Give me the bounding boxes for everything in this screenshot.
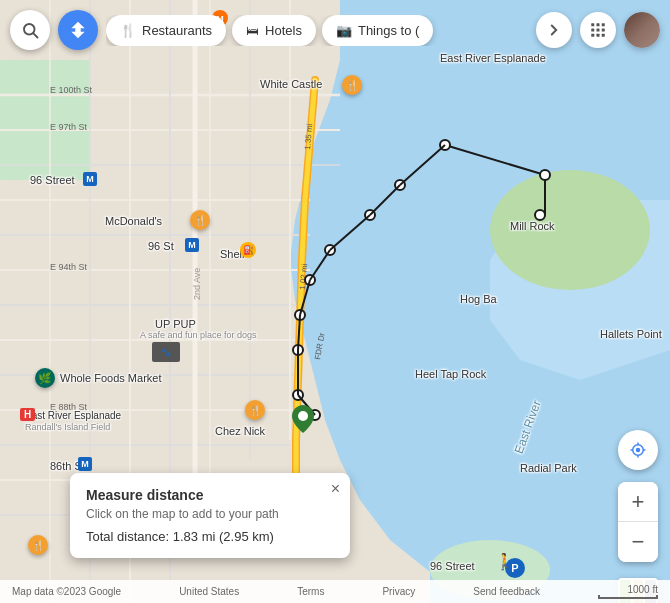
svg-text:E 97th St: E 97th St [50,122,88,132]
right-controls: + − [618,430,658,603]
restaurants-icon: 🍴 [120,23,136,38]
marker-up-pup[interactable]: 🐾 [152,342,180,362]
marker-white-castle[interactable]: 🍴 [342,75,362,95]
scale-line [598,595,658,599]
zoom-control: + − [618,482,658,562]
map-container[interactable]: 2nd Ave FDR Dr 1.35 mi 1.02 mi E 100th S… [0,0,670,603]
svg-rect-61 [602,23,605,26]
avatar-image [624,12,660,48]
svg-point-40 [540,170,550,180]
svg-text:E 88th St: E 88th St [50,402,88,412]
marker-96-street-metro[interactable]: M [83,172,97,186]
marker-hospital[interactable]: H [20,408,35,421]
link-united-states[interactable]: United States [179,586,239,597]
link-privacy[interactable]: Privacy [382,586,415,597]
measure-popup-title: Measure distance [86,487,334,503]
search-button[interactable] [10,10,50,50]
scale-label: 1000 ft [627,584,658,595]
marker-food-bottom[interactable]: 🍴 [28,535,48,555]
svg-point-68 [636,448,641,453]
top-bar: 🍴 Restaurants 🛏 Hotels 📷 Things to ( [10,10,660,50]
svg-rect-59 [591,23,594,26]
svg-rect-60 [597,23,600,26]
measure-popup-subtitle: Click on the map to add to your path [86,507,334,521]
distance-label: Total distance: [86,529,169,544]
chevron-right-icon [545,21,563,39]
things-label: Things to ( [358,23,419,38]
marker-person: 🚶 [495,552,515,571]
svg-point-56 [298,411,308,421]
tab-things[interactable]: 📷 Things to ( [322,15,433,46]
svg-rect-64 [602,29,605,32]
marker-chez-nick[interactable]: 🍴 [245,400,265,420]
marker-96-st-metro[interactable]: M [185,238,199,252]
marker-green-pin[interactable] [292,405,314,433]
directions-icon [68,20,88,40]
avatar[interactable] [624,12,660,48]
tab-hotels[interactable]: 🛏 Hotels [232,15,316,46]
hotels-label: Hotels [265,23,302,38]
bottom-bar: Map data ©2023 Google United States Term… [0,580,670,603]
tab-restaurants[interactable]: 🍴 Restaurants [106,15,226,46]
svg-text:E 94th St: E 94th St [50,262,88,272]
zoom-out-button[interactable]: − [618,522,658,562]
marker-mcdonalds[interactable]: 🍴 [190,210,210,230]
svg-point-2 [490,170,650,290]
svg-rect-1 [0,60,90,180]
svg-point-41 [535,210,545,220]
svg-rect-62 [591,29,594,32]
copyright-text: Map data ©2023 Google [12,586,121,597]
svg-rect-63 [597,29,600,32]
marker-86th-metro[interactable]: M [78,457,92,471]
measure-popup: × Measure distance Click on the map to a… [70,473,350,558]
measure-popup-distance: Total distance: 1.83 mi (2.95 km) [86,529,334,544]
marker-whole-foods[interactable]: 🌿 [35,368,55,388]
distance-value: 1.83 mi (2.95 km) [173,529,274,544]
svg-text:2nd Ave: 2nd Ave [192,268,202,300]
scale-bar: 1000 ft [598,584,658,599]
apps-button[interactable] [580,12,616,48]
link-terms[interactable]: Terms [297,586,324,597]
svg-line-58 [33,33,37,37]
svg-rect-67 [602,34,605,37]
apps-icon [589,21,607,39]
link-feedback[interactable]: Send feedback [473,586,540,597]
directions-button[interactable] [58,10,98,50]
svg-text:E 100th St: E 100th St [50,85,93,95]
category-tabs: 🍴 Restaurants 🛏 Hotels 📷 Things to ( [106,15,528,46]
location-icon [629,441,647,459]
svg-rect-66 [597,34,600,37]
marker-shell[interactable]: ⛽ [240,242,256,258]
location-button[interactable] [618,430,658,470]
hotels-icon: 🛏 [246,23,259,38]
more-button[interactable] [536,12,572,48]
restaurants-label: Restaurants [142,23,212,38]
zoom-in-button[interactable]: + [618,482,658,522]
measure-popup-close[interactable]: × [331,481,340,497]
things-icon: 📷 [336,23,352,38]
svg-rect-65 [591,34,594,37]
search-icon [21,21,39,39]
